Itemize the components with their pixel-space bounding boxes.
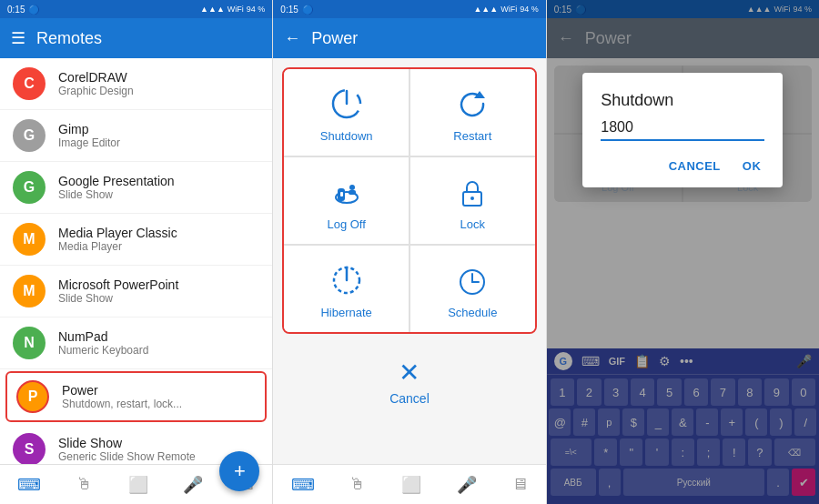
- power-grid: Shutdown Restart Log Off: [282, 67, 536, 334]
- bottom-nav-mic-2[interactable]: 🎤: [457, 475, 477, 495]
- dialog-title: Shutdown: [601, 91, 764, 110]
- item-sub-slideshow: Generic Slide Show Remote: [58, 450, 196, 463]
- menu-icon[interactable]: ☰: [11, 28, 25, 48]
- list-item-mpc[interactable]: M Media Player Classic Media Player: [0, 214, 272, 266]
- svg-rect-7: [340, 192, 343, 197]
- item-name-googlepres: Google Presentation: [58, 174, 175, 188]
- restart-label: Restart: [453, 129, 491, 143]
- schedule-label: Schedule: [448, 306, 497, 319]
- panel-power: 0:15 🔵 ▲▲▲ WiFi 94 % ← Power Shutdown Re…: [273, 0, 546, 504]
- list-item-googlepres[interactable]: G Google Presentation Slide Show: [0, 162, 272, 214]
- app-bar-2: ← Power: [273, 18, 545, 58]
- item-name-coreldraw: CorelDRAW: [58, 70, 134, 85]
- battery-1: 94 %: [247, 5, 266, 14]
- hibernate-label: Hibernate: [320, 306, 371, 319]
- app-bar-title-2: Power: [311, 29, 358, 48]
- dialog-input[interactable]: [601, 117, 764, 141]
- signal-icon: ▲▲▲: [200, 5, 225, 14]
- power-hibernate[interactable]: Hibernate: [284, 246, 409, 332]
- list-item-numpad[interactable]: N NumPad Numeric Keyboard: [0, 318, 272, 369]
- bluetooth-icon: 🔵: [28, 5, 39, 15]
- remotes-list: C CorelDRAW Graphic Design G Gimp Image …: [0, 58, 272, 464]
- bottom-nav-pad-2[interactable]: ⬜: [401, 475, 421, 495]
- power-restart[interactable]: Restart: [410, 69, 535, 156]
- bottom-nav-mouse[interactable]: 🖱: [76, 475, 93, 494]
- item-sub-googlepres: Slide Show: [58, 188, 175, 201]
- shutdown-icon: [329, 86, 365, 122]
- cancel-section[interactable]: ✕ Cancel: [273, 343, 545, 420]
- bottom-nav-mouse-2[interactable]: 🖱: [349, 475, 366, 494]
- battery-2: 94 %: [520, 5, 539, 14]
- avatar-n: N: [13, 327, 46, 359]
- restart-icon: [454, 86, 490, 122]
- item-name-slideshow: Slide Show: [58, 436, 196, 450]
- cancel-x-icon: ✕: [399, 358, 420, 388]
- svg-point-6: [349, 185, 355, 190]
- shutdown-dialog: Shutdown CANCEL OK: [582, 73, 783, 187]
- time-2: 0:15: [280, 5, 298, 15]
- wifi-icon: WiFi: [228, 5, 244, 14]
- shutdown-label: Shutdown: [320, 129, 373, 143]
- panel-remotes: 0:15 🔵 ▲▲▲ WiFi 94 % ☰ Remotes C CorelDR…: [0, 0, 273, 504]
- power-lock[interactable]: Lock: [410, 157, 535, 244]
- lock-label: Lock: [460, 217, 485, 231]
- item-sub-numpad: Numeric Keyboard: [58, 344, 148, 357]
- app-bar-title-1: Remotes: [36, 29, 102, 48]
- item-name-power: Power: [62, 383, 182, 398]
- fab-add[interactable]: +: [219, 451, 259, 491]
- avatar-p: P: [16, 380, 49, 413]
- app-bar-1: ☰ Remotes: [0, 18, 272, 58]
- avatar-c: C: [13, 67, 46, 100]
- bottom-nav-mic[interactable]: 🎤: [183, 475, 203, 495]
- item-name-msppt: Microsoft PowerPoint: [58, 277, 178, 292]
- item-sub-gimp: Image Editor: [58, 136, 120, 149]
- wifi-icon-2: WiFi: [500, 5, 517, 14]
- bottom-nav-keyboard-2[interactable]: ⌨: [291, 475, 315, 495]
- logoff-icon: [329, 174, 365, 210]
- item-sub-mpc: Media Player: [58, 240, 177, 253]
- avatar-g2: G: [13, 171, 46, 204]
- avatar-s: S: [13, 433, 46, 464]
- power-logoff[interactable]: Log Off: [284, 157, 409, 244]
- back-icon-2[interactable]: ←: [284, 29, 300, 48]
- dialog-ok-button[interactable]: OK: [739, 154, 765, 178]
- lock-icon: [454, 174, 490, 210]
- list-item-power[interactable]: P Power Shutdown, restart, lock...: [5, 371, 267, 422]
- item-sub-coreldraw: Graphic Design: [58, 85, 134, 97]
- panel-power-dialog: 0:15 🔵 ▲▲▲ WiFi 94 % ← Power Shutdown Re…: [547, 0, 819, 504]
- svg-point-9: [470, 197, 474, 200]
- dialog-buttons: CANCEL OK: [601, 154, 764, 178]
- power-schedule[interactable]: Schedule: [410, 246, 535, 332]
- signal-icon-2: ▲▲▲: [473, 5, 498, 14]
- bottom-nav-keyboard[interactable]: ⌨: [17, 475, 41, 495]
- schedule-icon: [454, 262, 490, 298]
- item-name-mpc: Media Player Classic: [58, 226, 177, 240]
- logoff-label: Log Off: [327, 217, 365, 231]
- status-bar-1: 0:15 🔵 ▲▲▲ WiFi 94 %: [0, 0, 272, 18]
- item-sub-power: Shutdown, restart, lock...: [62, 398, 182, 410]
- bottom-nav-2: ⌨ 🖱 ⬜ 🎤 🖥: [273, 464, 545, 504]
- item-name-numpad: NumPad: [58, 329, 148, 344]
- status-bar-2: 0:15 🔵 ▲▲▲ WiFi 94 %: [273, 0, 545, 18]
- avatar-m1: M: [13, 223, 46, 256]
- list-item-gimp[interactable]: G Gimp Image Editor: [0, 110, 272, 162]
- dialog-cancel-button[interactable]: CANCEL: [665, 154, 724, 178]
- bluetooth-icon-2: 🔵: [302, 5, 313, 15]
- item-name-gimp: Gimp: [58, 122, 120, 136]
- avatar-m2: M: [13, 275, 46, 307]
- list-item-coreldraw[interactable]: C CorelDRAW Graphic Design: [0, 58, 272, 110]
- avatar-g1: G: [13, 119, 46, 152]
- svg-rect-5: [349, 190, 356, 195]
- bottom-nav-pad[interactable]: ⬜: [128, 475, 148, 495]
- power-shutdown[interactable]: Shutdown: [284, 69, 409, 156]
- bottom-nav-screen-2[interactable]: 🖥: [511, 475, 528, 494]
- hibernate-icon: [329, 262, 365, 298]
- item-sub-msppt: Slide Show: [58, 292, 178, 305]
- list-item-msppt[interactable]: M Microsoft PowerPoint Slide Show: [0, 266, 272, 318]
- cancel-label: Cancel: [389, 391, 430, 406]
- time-1: 0:15: [7, 5, 25, 15]
- dialog-overlay: Shutdown CANCEL OK: [547, 0, 819, 504]
